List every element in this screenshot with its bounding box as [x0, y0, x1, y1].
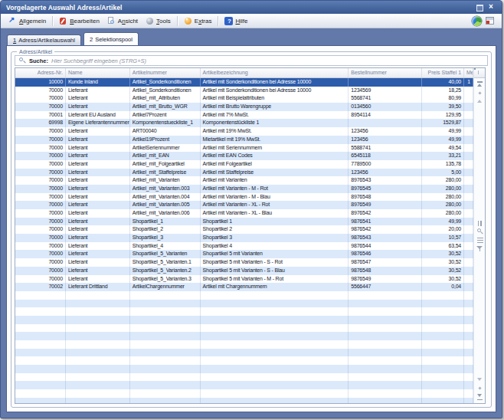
scroll-mark-icon[interactable]	[476, 90, 484, 97]
restore-icon[interactable]	[475, 3, 485, 12]
cell-artikelbezeichnung	[201, 365, 349, 373]
cell-artikelnummer: Artikel_Sonderkonditionen	[130, 78, 201, 87]
table-row[interactable]: 70000LieferantArtikel_SonderkonditionenA…	[15, 87, 473, 95]
table-row[interactable]: 70000LieferantArtikel_mit_Varianten.006A…	[15, 209, 473, 218]
cell-artikelnummer: Shopartikel_2	[130, 225, 201, 234]
close-icon[interactable]	[486, 3, 496, 12]
search-box[interactable]: Suche:	[15, 55, 488, 66]
column-header-artikelnummer[interactable]: Artikelnummer	[130, 68, 201, 77]
table-row[interactable]: 70000LieferantShopartikel_5_Varianten.1S…	[15, 258, 473, 267]
table-row[interactable]: 70000LieferantArtikel_mit_Varianten.003A…	[15, 185, 473, 193]
cell-bestellnummer	[349, 291, 422, 300]
pause-icon[interactable]	[476, 220, 484, 227]
table-row[interactable]: 70002Lieferant DrittlandArtikelChargennu…	[15, 283, 473, 291]
column-header-bestellnummer[interactable]: Bestellnummer	[349, 68, 422, 77]
arrow-ne-icon	[8, 17, 17, 25]
cell-artikelnummer	[130, 332, 201, 340]
table-row[interactable]: 70000LieferantArtikelSeriennummerArtikel…	[15, 144, 473, 153]
cell-me	[464, 242, 473, 251]
cell-name: Lieferant	[66, 144, 130, 153]
column-header-me[interactable]: Me	[464, 68, 473, 77]
cell-preis: 49,99	[422, 136, 464, 144]
table-row[interactable]: 70000LieferantShopartikel_3Shopartikel 3…	[15, 234, 473, 242]
table-row[interactable]: 70000LieferantArtikel_mit_FolgeartikelAr…	[15, 160, 473, 169]
cell-adressnr: 70000	[15, 209, 66, 218]
menu-item-allgemein[interactable]: Allgemein	[5, 16, 50, 26]
table-row[interactable]: 70000LieferantArtikel_mit_EANArtikel mit…	[15, 152, 473, 160]
table-row[interactable]: 70000LieferantART00040Artikel mit 19% Mw…	[15, 127, 473, 136]
menu-item-tools[interactable]: Tools	[142, 16, 175, 26]
tab-adress-artikelauswahl[interactable]: 1Adress/Artikelauswahl	[7, 34, 81, 45]
cell-name: Lieferant	[66, 152, 130, 160]
cell-artikelnummer: Artikel_mit_Folgeartikel	[130, 160, 201, 169]
cell-adressnr	[15, 349, 66, 357]
cell-name	[66, 324, 130, 333]
table-row[interactable]: 70000LieferantArtikel_mit_Varianten.005A…	[15, 201, 473, 209]
cell-name: Lieferant	[66, 87, 130, 95]
menu-item-bearbeiten[interactable]: Bearbeiten	[55, 16, 103, 26]
cell-artikelnummer: ART00040	[130, 127, 201, 136]
cell-artikelbezeichnung: Artikel mit Varianten - M - Rot	[201, 185, 349, 193]
table-row[interactable]: 70000LieferantArtikel19ProzentMietartike…	[15, 136, 473, 144]
table-row[interactable]: 70000LieferantArtikel_mit_StaffelpreiseA…	[15, 169, 473, 177]
tab-label: Selektionspool	[95, 36, 133, 43]
cell-me	[464, 193, 473, 202]
scroll-bottom-icon[interactable]	[476, 393, 484, 400]
scroll-top-icon[interactable]	[476, 81, 484, 88]
column-header-preis[interactable]: Preis Staffel 1	[422, 68, 464, 77]
table-row[interactable]: 70000LieferantShopartikel_1Shopartikel 1…	[15, 218, 473, 226]
cell-me	[464, 258, 473, 267]
cell-bestellnummer	[349, 340, 422, 349]
cell-preis	[422, 324, 464, 333]
cell-artikelnummer: Artikel_mit_Varianten.005	[130, 201, 201, 209]
scroll-mark-icon[interactable]	[476, 385, 484, 392]
cell-preis: 39,50	[422, 103, 464, 111]
scroll-up-icon[interactable]	[476, 98, 484, 105]
cell-name	[66, 373, 130, 382]
cell-bestellnummer: 9876546	[349, 250, 422, 258]
cell-me	[464, 275, 473, 284]
view-page-icon	[107, 17, 116, 25]
list-icon[interactable]	[476, 237, 484, 244]
table-row[interactable]: 70000LieferantShopartikel_5_Varianten.3S…	[15, 275, 473, 284]
cell-preis: 30,52	[422, 250, 464, 258]
cell-preis	[422, 373, 464, 382]
cell-adressnr: 10000	[15, 78, 66, 87]
search-input[interactable]	[51, 57, 484, 64]
cell-adressnr	[15, 316, 66, 324]
column-header-adressnr[interactable]: Adress-Nr.	[15, 68, 66, 77]
table-row[interactable]: 70000LieferantShopartikel_4Shopartikel 4…	[15, 242, 473, 251]
cell-artikelnummer	[130, 381, 201, 389]
table-row[interactable]: 70000LieferantArtikel_mit_AttributenArti…	[15, 94, 473, 103]
table-row[interactable]: 70000LieferantShopartikel_2Shopartikel 2…	[15, 225, 473, 234]
cell-name	[66, 381, 130, 389]
table-row[interactable]: 10000Kunde InlandArtikel_Sonderkondition…	[15, 78, 473, 87]
zoom-icon[interactable]	[476, 228, 484, 235]
tab-number: 2	[90, 36, 93, 43]
empty-row	[15, 340, 473, 349]
scroll-down-icon[interactable]	[476, 376, 484, 383]
filter-icon[interactable]	[476, 245, 484, 252]
table-row[interactable]: 69998Eigene Lieferantennummer-FirmaKompo…	[15, 119, 473, 127]
menu-item-extras[interactable]: Extras	[180, 16, 216, 26]
table-red-icon[interactable]	[486, 16, 496, 26]
menu-separator	[218, 16, 218, 26]
menu-item-ansicht[interactable]: Ansicht	[103, 16, 142, 26]
table-row[interactable]: 70000LieferantShopartikel_5_VariantenSho…	[15, 250, 473, 258]
globe-icon[interactable]	[472, 16, 482, 26]
table-row[interactable]: 70000LieferantArtikel_mit_Brutto_WGRArti…	[15, 103, 473, 111]
table-row[interactable]: 70000LieferantShopartikel_5_Varianten.2S…	[15, 267, 473, 275]
cell-artikelnummer: Shopartikel_5_Varianten	[130, 250, 201, 258]
cell-adressnr: 70000	[15, 218, 66, 226]
cell-adressnr: 70000	[15, 103, 66, 111]
table-row[interactable]: 70001Lieferant EU AuslandArtikel7Prozent…	[15, 111, 473, 120]
cell-me	[464, 185, 473, 193]
cell-adressnr: 70000	[15, 193, 66, 202]
menu-item-hilfe[interactable]: Hilfe	[221, 16, 251, 26]
column-header-name[interactable]: Name	[66, 68, 130, 77]
cell-name	[66, 389, 130, 398]
table-row[interactable]: 70000LieferantArtikel_mit_VariantenArtik…	[15, 176, 473, 185]
table-row[interactable]: 70000LieferantArtikel_mit_Varianten.004A…	[15, 193, 473, 202]
column-header-artikelbezeichnung[interactable]: Artikelbezeichnung	[201, 68, 349, 77]
tab-selektionspool[interactable]: 2Selektionspool	[83, 32, 139, 45]
